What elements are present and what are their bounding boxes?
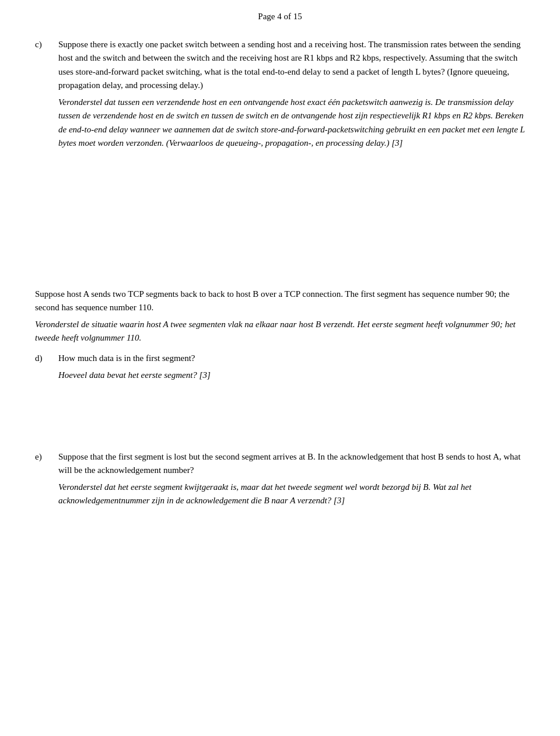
section-e-text-nl: Veronderstel dat het eerste segment kwij… <box>58 481 525 508</box>
section-c-content: Suppose there is exactly one packet swit… <box>58 38 525 153</box>
section-e-text-en: Suppose that the first segment is lost b… <box>58 450 525 478</box>
section-c-text-en: Suppose there is exactly one packet swit… <box>58 38 525 92</box>
page-number: Page 4 of 15 <box>258 12 302 21</box>
section-c-label: c) <box>35 38 58 153</box>
answer-space-c <box>35 159 525 288</box>
section-e: e) Suppose that the first segment is los… <box>35 450 525 511</box>
section-d: d) How much data is in the first segment… <box>35 352 525 386</box>
section-e-label: e) <box>35 450 58 511</box>
section-d-content: How much data is in the first segment? H… <box>58 352 525 386</box>
tcp-intro-en: Suppose host A sends two TCP segments ba… <box>35 288 525 315</box>
tcp-intro-nl: Veronderstel de situatie waarin host A t… <box>35 318 525 345</box>
section-d-text-nl: Hoeveel data bevat het eerste segment? [… <box>58 369 525 382</box>
section-d-label: d) <box>35 352 58 386</box>
page-header: Page 4 of 15 <box>35 12 525 22</box>
page-container: Page 4 of 15 c) Suppose there is exactly… <box>0 0 560 736</box>
section-d-text-en: How much data is in the first segment? <box>58 352 525 365</box>
section-c: c) Suppose there is exactly one packet s… <box>35 38 525 153</box>
section-e-content: Suppose that the first segment is lost b… <box>58 450 525 511</box>
tcp-intro-section: Suppose host A sends two TCP segments ba… <box>35 288 525 345</box>
answer-space-d <box>35 392 525 450</box>
section-c-text-nl: Veronderstel dat tussen een verzendende … <box>58 96 525 150</box>
